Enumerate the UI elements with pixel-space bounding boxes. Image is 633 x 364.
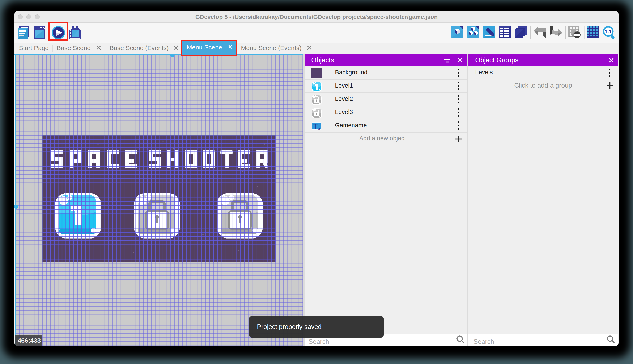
svg-text:1:1: 1:1 [605,29,612,34]
svg-text:T: T [313,122,318,131]
svg-text:x: x [318,126,321,131]
